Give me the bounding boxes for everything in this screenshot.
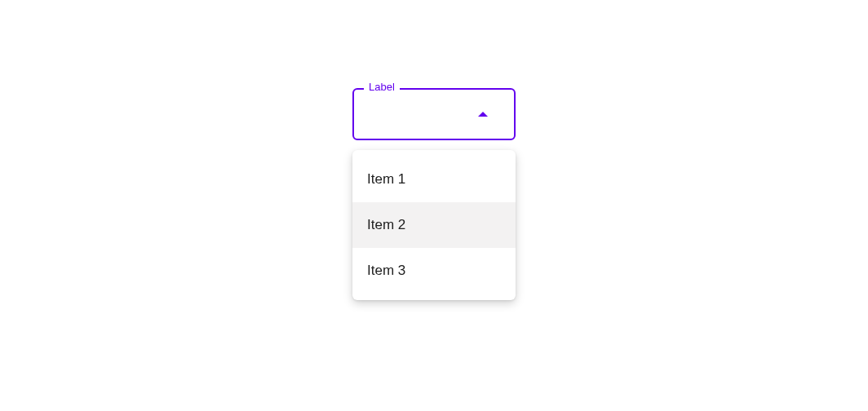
menu-item-1[interactable]: Item 1: [352, 157, 516, 202]
select-field[interactable]: Label: [352, 88, 516, 140]
menu-item-label: Item 3: [367, 263, 405, 279]
select-container: Label Item 1 Item 2 Item 3: [352, 88, 516, 300]
menu-item-label: Item 1: [367, 171, 405, 188]
dropdown-menu: Item 1 Item 2 Item 3: [352, 150, 516, 300]
select-value: [364, 108, 478, 121]
menu-item-label: Item 2: [367, 217, 405, 233]
menu-item-2[interactable]: Item 2: [352, 202, 516, 248]
select-floating-label: Label: [364, 82, 400, 92]
menu-item-3[interactable]: Item 3: [352, 248, 516, 294]
chevron-up-icon: [478, 112, 488, 117]
